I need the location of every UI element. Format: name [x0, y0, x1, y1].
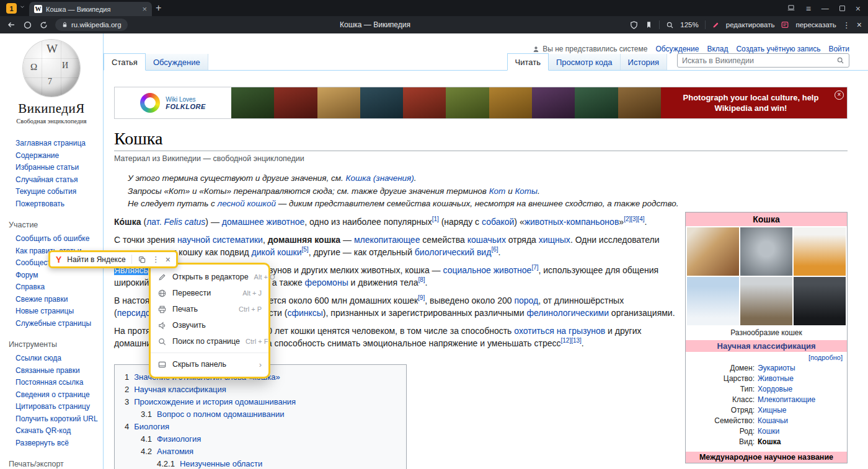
wikipedia-wordmark: ВикипедиЯ — [0, 101, 103, 116]
personal-link-create-account[interactable]: Создать учётную запись — [736, 45, 820, 53]
taxon-link[interactable]: Кошки — [758, 426, 779, 437]
divider — [131, 255, 132, 264]
taxon-link[interactable]: Млекопитающие — [758, 395, 815, 405]
menu-item-print[interactable]: Печать Ctrl + P — [151, 301, 268, 317]
sidebar-link[interactable]: Цитировать страницу — [16, 402, 90, 411]
minimize-button[interactable]: — — [822, 5, 829, 12]
tab-counter-button[interactable]: 1 — [6, 3, 17, 14]
url-chip[interactable]: ru.wikipedia.org — [55, 19, 128, 31]
retell-button[interactable]: пересказать — [795, 21, 836, 28]
sidebar-link[interactable]: Получить короткий URL — [16, 414, 98, 423]
find-in-yandex-button[interactable]: Найти в Яндексе — [67, 255, 125, 264]
menu-item-hide-panel[interactable]: Скрыть панель › — [151, 356, 268, 372]
latin-name-header: Международное научное название — [686, 452, 847, 463]
toc-link[interactable]: Биология — [134, 422, 169, 431]
sidebar-link[interactable]: Свежие правки — [16, 295, 68, 304]
menu-item-translate[interactable]: Перевести Alt + J — [151, 285, 268, 301]
search-icon[interactable] — [836, 56, 844, 64]
window-close-button[interactable]: × — [856, 5, 861, 12]
toolbar-close-icon[interactable]: × — [166, 255, 170, 265]
classification-header: Научная классификация — [686, 340, 847, 352]
sidebar-link[interactable]: Текущие события — [16, 187, 76, 196]
menu-item-find-on-page[interactable]: Поиск по странице Ctrl + F — [151, 333, 268, 349]
bookmark-flag-icon[interactable] — [645, 20, 653, 29]
sidebar-nav-list: Заглавная страницаСодержаниеИзбранные ст… — [0, 137, 103, 209]
sidebar-link[interactable]: Форум — [16, 271, 38, 279]
protect-shield-icon[interactable] — [629, 20, 639, 30]
edit-pencil-icon[interactable] — [712, 21, 720, 29]
menu-item-read-aloud[interactable]: Озвучить — [151, 317, 268, 333]
url-text: ru.wikipedia.org — [71, 21, 122, 28]
sidebar-link[interactable]: Сведения о странице — [16, 390, 90, 399]
personal-link-login[interactable]: Войти — [828, 45, 849, 53]
sidebar-link[interactable]: Скачать QR-код — [16, 426, 71, 435]
banner-logo-line1: Wiki Loves — [166, 96, 206, 103]
folklore-emblem-icon — [140, 93, 160, 113]
tabs-dropdown-icon[interactable] — [19, 1, 25, 12]
sidebar-link[interactable]: Сообщить об ошибке — [16, 234, 89, 243]
tab-article[interactable]: Статья — [104, 53, 146, 71]
wiki-search-input[interactable] — [682, 56, 836, 65]
tab-discussion[interactable]: Обсуждение — [146, 54, 208, 70]
zoom-magnifier-icon[interactable] — [666, 21, 674, 29]
personal-link-contribs[interactable]: Вклад — [707, 45, 728, 53]
sidebar-link[interactable]: Заглавная страница — [16, 139, 86, 147]
taxon-link[interactable]: Хищные — [758, 405, 787, 416]
zoom-level[interactable]: 125% — [680, 21, 698, 28]
cat-photo — [794, 277, 846, 325]
sidebar-section-header: Участие — [9, 221, 103, 229]
reload-button[interactable] — [39, 20, 48, 30]
tab-close-icon[interactable]: × — [142, 5, 147, 13]
devices-icon[interactable] — [787, 4, 795, 13]
browser-menu-icon[interactable]: ≡ — [806, 5, 811, 12]
banner-close-icon[interactable]: × — [835, 90, 844, 100]
sidebar-link[interactable]: Развернуть всё — [16, 439, 69, 447]
browser-tab[interactable]: W Кошка — Википедия × — [29, 2, 152, 16]
folklore-logo: Wiki Loves FOLKLORE — [115, 87, 231, 118]
retell-icon[interactable] — [781, 20, 789, 29]
more-menu-icon[interactable]: ⋮ — [843, 20, 851, 30]
toolbar-more-icon[interactable]: ⋮ — [152, 255, 160, 264]
toc-link[interactable]: Неизученные области — [180, 459, 262, 468]
sidebar-link[interactable]: Ссылки сюда — [16, 354, 61, 362]
wikipedia-logo[interactable]: WΩИ7 ВикипедиЯ Свободная энциклопедия — [0, 40, 103, 125]
tab-read[interactable]: Читать — [507, 53, 549, 71]
toc-link[interactable]: Физиология — [157, 434, 201, 444]
menu-item-open-in-editor[interactable]: Открыть в редакторе Alt + O — [151, 269, 268, 285]
maximize-button[interactable] — [839, 6, 845, 11]
sidebar-link[interactable]: Содержание — [16, 151, 59, 160]
photo-caption: Разнообразие кошек — [686, 327, 847, 340]
sidebar-link[interactable]: Случайная статья — [16, 175, 78, 184]
toc-link[interactable]: Происхождение и история одомашнивания — [134, 397, 296, 406]
sidebar-link[interactable]: Связанные правки — [16, 366, 80, 375]
taxon-link[interactable]: Эукариоты — [758, 363, 795, 374]
sidebar-link[interactable]: Постоянная ссылка — [16, 378, 83, 387]
tab-history[interactable]: История — [621, 54, 667, 70]
sidebar-link[interactable]: Избранные статьи — [16, 163, 79, 172]
wiki-loves-folklore-banner[interactable]: Wiki Loves FOLKLORE Photograph your loca… — [114, 87, 848, 119]
sidebar-link[interactable]: Новые страницы — [16, 307, 74, 315]
close-toolbar-icon[interactable]: × — [857, 21, 862, 28]
yandex-logo-icon[interactable]: Y — [56, 255, 61, 265]
yandex-find-toolbar[interactable]: Y Найти в Яндексе ⋮ × — [48, 250, 178, 268]
taxon-link[interactable]: Животные — [758, 374, 794, 384]
sidebar-link[interactable]: Служебные страницы — [16, 319, 91, 328]
details-link[interactable]: [подробно] — [808, 354, 843, 361]
taxon-link[interactable]: Хордовые — [758, 384, 792, 395]
back-button[interactable] — [6, 20, 16, 30]
lock-icon — [61, 21, 68, 28]
sidebar-link[interactable]: Пожертвовать — [16, 199, 64, 208]
edit-page-button[interactable]: редактировать — [726, 21, 775, 28]
toc-link[interactable]: Вопрос о полном одомашнивании — [157, 410, 284, 419]
taxon-link[interactable]: Кошачьи — [758, 416, 788, 426]
toc-link[interactable]: Анатомия — [157, 447, 193, 456]
hatnote: У этого термина существуют и другие знач… — [114, 172, 848, 185]
personal-link-talk[interactable]: Обсуждение — [655, 45, 699, 53]
copy-icon[interactable] — [138, 255, 146, 264]
profile-circle-icon[interactable] — [23, 20, 32, 30]
new-tab-button[interactable]: + — [156, 2, 161, 14]
sidebar-link[interactable]: Справка — [16, 283, 45, 291]
wiki-search-box[interactable] — [677, 53, 849, 68]
tab-view-source[interactable]: Просмотр кода — [549, 54, 621, 70]
toc-link[interactable]: Научная классификация — [134, 385, 226, 394]
